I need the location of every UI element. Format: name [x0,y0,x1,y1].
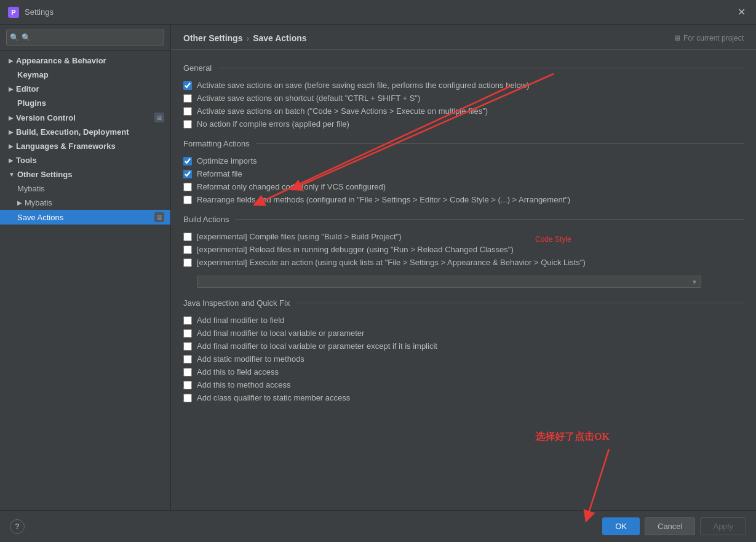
badge-icon: 🖥 [154,113,164,122]
this-field-checkbox[interactable] [183,368,192,377]
java-item-3: Add static modifier to methods [183,353,744,365]
execute-label: [experimental] Execute an action (using … [197,258,586,267]
this-field-label: Add this to field access [197,367,279,377]
rearrange-checkbox[interactable] [183,196,192,204]
breadcrumb-current: Save Actions [253,33,306,43]
sidebar-item-appearance[interactable]: ▶ Appearance & Behavior [0,54,170,68]
sidebar-item-keymap[interactable]: Keymap [0,68,170,82]
compile-checkbox[interactable] [183,233,192,241]
project-badge: 🖥 [154,212,164,222]
sidebar-item-label: Plugins [17,98,46,108]
for-current-project[interactable]: 🖥 For current project [674,34,744,42]
cancel-button[interactable]: Cancel [645,517,695,535]
help-button[interactable]: ? [10,519,25,534]
action-dropdown[interactable] [197,276,701,288]
sidebar-item-label: Other Settings [17,170,73,179]
final-field-label: Add final modifier to field [197,316,284,325]
final-local-implicit-label: Add final modifier to local variable or … [197,341,437,351]
reformat-file-checkbox[interactable] [183,170,192,178]
main-content: Other Settings › Save Actions 🖥 For curr… [171,25,756,510]
close-button[interactable]: ✕ [734,5,749,20]
app-icon: P [7,6,20,18]
static-methods-checkbox[interactable] [183,355,192,364]
reformat-file-label: Reformat file [197,169,242,178]
project-icon: 🖥 [674,34,681,42]
sidebar-item-save-actions[interactable]: Save Actions 🖥 [0,210,170,225]
class-qualifier-checkbox[interactable] [183,394,192,402]
expand-icon: ▶ [9,86,14,92]
breadcrumb-separator: › [246,33,249,43]
this-method-label: Add this to method access [197,380,290,389]
formatting-item-2: Reformat only changed code (only if VCS … [183,180,744,193]
breadcrumb-parent: Other Settings [183,33,242,43]
annotation-text: 选择好了点击OK [535,431,610,444]
general-section-header: General [183,63,744,73]
sidebar-item-tools[interactable]: ▶ Tools [0,153,170,167]
build-section-header: Build Actions [183,215,744,224]
java-section-header: Java Inspection and Quick Fix [183,298,744,308]
compile-label: [experimental] Compile files (using "Bui… [197,232,402,241]
java-item-0: Add final modifier to field [183,314,744,327]
activate-on-save-label: Activate save actions on save (before sa… [197,81,530,90]
final-local-implicit-checkbox[interactable] [183,342,192,351]
project-label: For current project [683,34,744,42]
java-item-2: Add final modifier to local variable or … [183,340,744,353]
search-icon: 🔍 [10,33,19,42]
sidebar-item-other-settings[interactable]: ▼ Other Settings [0,167,170,181]
no-action-checkbox[interactable] [183,120,192,129]
no-action-label: No action if compile errors (applied per… [197,119,349,129]
sidebar-item-label: Languages & Frameworks [16,141,116,151]
search-input[interactable] [6,30,164,46]
expand-icon: ▶ [17,199,22,206]
action-dropdown-wrapper: ▼ [197,276,701,288]
ok-button[interactable]: OK [602,517,640,535]
rearrange-label: Rearrange fields and methods (configured… [197,195,570,204]
apply-button[interactable]: Apply [700,517,746,535]
activate-on-shortcut-label: Activate save actions on shortcut (defau… [197,94,420,103]
general-item-2: Activate save actions on batch ("Code > … [183,105,744,118]
sidebar-item-languages[interactable]: ▶ Languages & Frameworks [0,139,170,153]
expand-icon: ▶ [9,57,14,64]
expand-icon: ▼ [9,171,15,178]
reload-label: [experimental] Reload files in running d… [197,245,514,254]
sidebar-item-mybatis1[interactable]: Mybatis [0,181,170,196]
sidebar-item-mybatis2[interactable]: ▶ Mybatis [0,196,170,210]
window-title: Settings [25,7,734,17]
java-item-4: Add this to field access [183,365,744,378]
build-item-2: [experimental] Execute an action (using … [183,256,744,269]
sidebar-item-build[interactable]: ▶ Build, Execution, Deployment [0,125,170,139]
sidebar-item-plugins[interactable]: Plugins [0,96,170,110]
general-item-3: No action if compile errors (applied per… [183,118,744,130]
final-local-checkbox[interactable] [183,329,192,338]
optimize-imports-label: Optimize imports [197,156,257,165]
activate-on-batch-checkbox[interactable] [183,107,192,116]
activate-on-save-checkbox[interactable] [183,81,192,90]
sidebar-item-version-control[interactable]: ▶ Version Control 🖥 [0,110,170,125]
search-box: 🔍 [0,25,170,51]
formatting-item-3: Rearrange fields and methods (configured… [183,193,744,206]
sidebar-item-label: Mybatis [17,184,45,193]
static-methods-label: Add static modifier to methods [197,354,304,364]
expand-icon: ▶ [9,157,14,164]
sidebar-item-label: Mybatis [25,198,52,207]
java-item-6: Add class qualifier to static member acc… [183,391,744,404]
sidebar-item-editor[interactable]: ▶ Editor [0,82,170,96]
final-local-label: Add final modifier to local variable or … [197,329,364,338]
reload-checkbox[interactable] [183,245,192,254]
this-method-checkbox[interactable] [183,381,192,389]
final-field-checkbox[interactable] [183,316,192,325]
general-item-0: Activate save actions on save (before sa… [183,79,744,92]
sidebar-item-label: Appearance & Behavior [16,56,106,65]
nav-tree: ▶ Appearance & Behavior Keymap ▶ Editor … [0,51,170,510]
expand-icon: ▶ [9,114,14,121]
optimize-imports-checkbox[interactable] [183,157,192,165]
reformat-changed-checkbox[interactable] [183,183,192,191]
build-item-1: [experimental] Reload files in running d… [183,243,744,256]
breadcrumb: Other Settings › Save Actions 🖥 For curr… [171,25,756,50]
footer: ? OK Cancel Apply [0,510,756,542]
general-item-1: Activate save actions on shortcut (defau… [183,92,744,105]
execute-checkbox[interactable] [183,258,192,267]
sidebar-item-label: Tools [16,156,37,165]
activate-on-shortcut-checkbox[interactable] [183,94,192,103]
expand-icon: ▶ [9,143,14,149]
